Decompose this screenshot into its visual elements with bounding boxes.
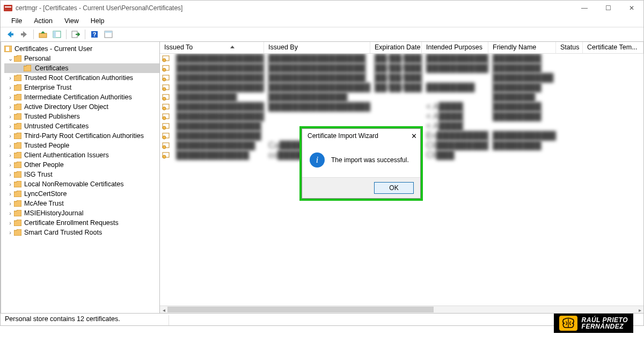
expand-icon[interactable]: › — [6, 229, 14, 236]
expand-icon[interactable]: › — [6, 191, 14, 197]
collapse-icon[interactable]: ⌄ — [6, 55, 14, 62]
expand-icon[interactable]: › — [6, 152, 14, 158]
table-row[interactable]: ███████████████ot< A████████████ — [160, 112, 643, 121]
certificate-icon — [160, 122, 172, 130]
folder-icon — [14, 171, 23, 178]
expand-icon[interactable]: › — [6, 113, 14, 120]
folder-icon — [14, 113, 23, 120]
tree-item[interactable]: ›Untrusted Certificates — [4, 121, 159, 131]
scroll-left-arrow[interactable]: ◂ — [160, 306, 167, 313]
tree-item[interactable]: ›Trusted People — [4, 141, 159, 150]
minimize-button[interactable]: — — [573, 1, 596, 16]
watermark: RAÚL PRIETO FERNÁNDEZ — [554, 314, 633, 333]
expand-icon[interactable]: › — [6, 200, 14, 207]
scroll-thumb[interactable] — [167, 307, 434, 312]
expand-icon[interactable]: › — [6, 133, 14, 139]
folder-icon — [24, 64, 32, 72]
svg-rect-11 — [6, 47, 9, 51]
tree-pane[interactable]: Certificates - Current User ⌄ Personal C… — [1, 42, 160, 313]
maximize-button[interactable]: ☐ — [596, 1, 620, 16]
export-button[interactable] — [69, 28, 82, 41]
tree-item[interactable]: ›Third-Party Root Certification Authorit… — [4, 131, 159, 141]
dialog-title: Certificate Import Wizard — [308, 132, 378, 140]
folder-icon — [14, 229, 23, 236]
tree-item[interactable]: ›Intermediate Certification Authorities — [4, 92, 159, 102]
expand-icon[interactable]: › — [6, 171, 14, 178]
table-row[interactable]: █████████████████████████████████/██/███… — [160, 73, 643, 83]
window-titlebar: certmgr - [Certificates - Current User\P… — [1, 0, 643, 15]
tree-item[interactable]: ›McAfee Trust — [4, 199, 159, 208]
tree-personal[interactable]: ⌄ Personal — [4, 54, 159, 63]
col-friendly[interactable]: Friendly Name — [488, 42, 556, 53]
back-button[interactable] — [4, 28, 17, 41]
tree-item[interactable]: ›Enterprise Trust — [4, 83, 159, 92]
expand-icon[interactable]: › — [6, 75, 14, 81]
svg-point-31 — [163, 146, 166, 149]
col-purposes[interactable]: Intended Purposes — [422, 42, 488, 53]
folder-icon — [14, 93, 23, 101]
up-button[interactable] — [36, 28, 49, 41]
table-row[interactable]: ███████████████████████████████████████/… — [160, 83, 643, 92]
folder-icon — [14, 200, 23, 207]
expand-icon[interactable]: › — [6, 181, 14, 187]
tree-item[interactable]: ›Smart Card Trusted Roots — [4, 228, 159, 237]
folder-icon — [14, 122, 23, 130]
show-hide-tree-button[interactable] — [50, 28, 63, 41]
expand-icon[interactable]: › — [6, 220, 14, 226]
col-expiration[interactable]: Expiration Date — [370, 42, 422, 53]
expand-icon[interactable]: › — [6, 162, 14, 168]
folder-icon — [14, 142, 23, 149]
expand-icon[interactable]: › — [6, 123, 14, 129]
tree-item[interactable]: ›Other People — [4, 160, 159, 170]
tree-item[interactable]: ›Trusted Root Certification Authorities — [4, 73, 159, 83]
scroll-right-arrow[interactable]: ▸ — [636, 306, 643, 313]
svg-rect-0 — [4, 5, 12, 11]
expand-icon[interactable]: › — [6, 94, 14, 100]
menu-action[interactable]: Action — [28, 16, 58, 26]
col-status[interactable]: Status — [556, 42, 583, 53]
properties-button[interactable] — [102, 28, 115, 41]
table-row[interactable]: ██████████████████████████████████/██/██… — [160, 54, 643, 63]
menu-view[interactable]: View — [59, 16, 84, 26]
tree-item[interactable]: ›Active Directory User Object — [4, 102, 159, 112]
tree-item[interactable]: ›LyncCertStore — [4, 189, 159, 199]
svg-point-23 — [163, 107, 166, 110]
col-template[interactable]: Certificate Tem... — [583, 42, 643, 53]
svg-rect-4 — [53, 31, 56, 38]
col-issued-by[interactable]: Issued By — [264, 42, 370, 53]
list-header[interactable]: Issued To Issued By Expiration Date Inte… — [160, 42, 643, 54]
toolbar: ? — [1, 27, 643, 42]
svg-rect-2 — [39, 33, 47, 38]
certificate-icon — [160, 113, 172, 120]
table-row[interactable]: ███████████████ot██████████████████< A██… — [160, 102, 643, 112]
horizontal-scrollbar[interactable]: ◂ ▸ — [160, 306, 643, 313]
svg-rect-1 — [5, 6, 11, 8]
forward-button[interactable] — [18, 28, 31, 41]
tree-certificates-selected[interactable]: Certificates — [4, 63, 159, 73]
svg-point-21 — [163, 97, 166, 100]
expand-icon[interactable]: › — [6, 142, 14, 149]
expand-icon[interactable]: › — [6, 84, 14, 91]
tree-item[interactable]: ›ISG Trust — [4, 170, 159, 179]
expand-icon[interactable]: › — [6, 210, 14, 216]
col-issued-to[interactable]: Issued To — [160, 42, 264, 53]
menu-help[interactable]: Help — [85, 16, 110, 26]
expand-icon[interactable]: › — [6, 104, 14, 110]
table-row[interactable]: ██████████████████████████████ — [160, 92, 643, 102]
folder-icon — [14, 190, 23, 198]
tree-item[interactable]: ›Certificate Enrollment Requests — [4, 218, 159, 228]
tree-root[interactable]: Certificates - Current User — [4, 44, 159, 54]
tree-item[interactable]: ›Trusted Publishers — [4, 112, 159, 121]
menu-file[interactable]: File — [6, 16, 27, 26]
dialog-message: The import was successful. — [331, 156, 409, 164]
tree-item[interactable]: ›Local NonRemovable Certificates — [4, 179, 159, 189]
dialog-close-icon[interactable]: ✕ — [411, 132, 417, 140]
tree-item[interactable]: ›MSIEHistoryJournal — [4, 208, 159, 218]
close-button[interactable]: ✕ — [620, 1, 643, 16]
folder-icon — [14, 209, 23, 217]
svg-point-29 — [163, 136, 166, 139]
ok-button[interactable]: OK — [374, 182, 414, 194]
tree-item[interactable]: ›Client Authentication Issuers — [4, 150, 159, 160]
table-row[interactable]: ██████████████████████████████████/██/██… — [160, 63, 643, 73]
help-button[interactable]: ? — [88, 28, 101, 41]
